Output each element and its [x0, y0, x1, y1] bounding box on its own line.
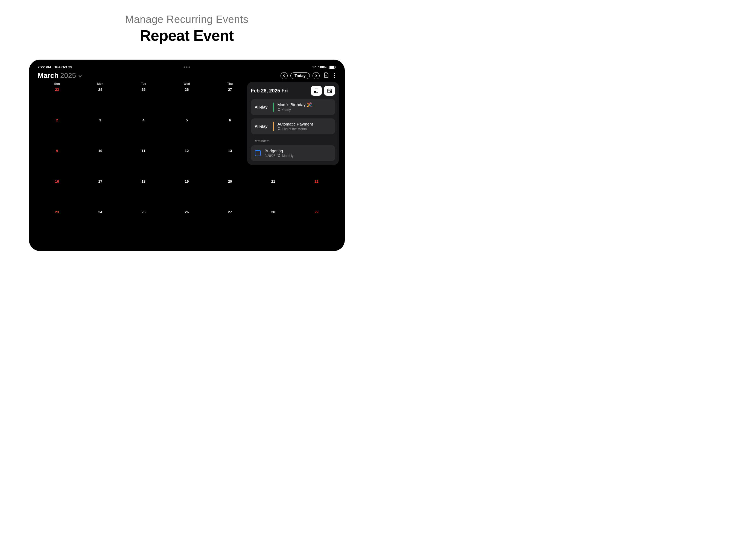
calendar-cell[interactable]: 21	[252, 178, 295, 209]
calendar-cell[interactable]: 4	[122, 117, 165, 148]
reminder-checkbox[interactable]	[255, 150, 261, 156]
day-number: 10	[80, 149, 121, 153]
day-number: 24	[80, 87, 121, 92]
event-repeat: Yearly	[282, 108, 291, 112]
add-reminder-button[interactable]	[311, 86, 322, 96]
prev-button[interactable]	[281, 72, 288, 79]
promo-title: Repeat Event	[0, 27, 374, 44]
next-button[interactable]	[312, 72, 319, 79]
multitask-dots-icon[interactable]	[184, 67, 190, 68]
calendar-cell[interactable]: 9	[35, 148, 79, 178]
calendar-cell[interactable]: 22	[295, 178, 338, 209]
dow-label: Sun	[35, 82, 79, 85]
calendar-cell[interactable]: 24	[79, 86, 122, 117]
year-label: 2025	[60, 71, 76, 80]
calendar-cell[interactable]: 28	[252, 209, 295, 239]
calendar-cell[interactable]: 25	[122, 209, 165, 239]
calendar-cell[interactable]: 23	[35, 86, 79, 117]
promo-subtitle: Manage Recurring Events	[0, 14, 374, 25]
day-number: 2	[36, 118, 78, 122]
calendar-cell[interactable]: 27	[208, 86, 252, 117]
day-number: 17	[80, 179, 121, 183]
event-time: All-day	[255, 124, 269, 128]
reminder-title: Budgeting	[265, 149, 331, 153]
add-event-button[interactable]	[324, 86, 335, 96]
calendar-cell[interactable]: 18	[122, 178, 165, 209]
reminder-budgeting[interactable]: Budgeting 2/28/25 Monthly	[251, 145, 335, 161]
battery-icon	[329, 66, 336, 69]
ipad-frame: 2:22 PM Tue Oct 29 100% March 2025	[29, 59, 345, 251]
day-number: 6	[209, 118, 251, 122]
document-icon[interactable]	[324, 72, 329, 79]
calendar-cell[interactable]: 10	[79, 148, 122, 178]
calendar-cell[interactable]: 23	[35, 209, 79, 239]
month-label: March	[38, 71, 59, 80]
calendar-cell[interactable]: 20	[208, 178, 252, 209]
screen: 2:22 PM Tue Oct 29 100% March 2025	[33, 63, 341, 247]
calendar-cell[interactable]: 6	[208, 117, 252, 148]
day-number: 26	[166, 210, 207, 214]
event-title: Mom's Birthday 🎉	[278, 102, 331, 107]
day-number: 13	[209, 149, 251, 153]
day-number: 12	[166, 149, 207, 153]
calendar-cell[interactable]: 11	[122, 148, 165, 178]
day-number: 23	[36, 210, 78, 214]
day-number: 19	[166, 179, 207, 183]
day-number: 24	[80, 210, 121, 214]
calendar-cell[interactable]: 16	[35, 178, 79, 209]
day-detail-panel: Feb 28, 2025 Fri All-day Mom's Bi	[247, 82, 339, 165]
month-picker[interactable]: March 2025	[38, 71, 82, 80]
day-number: 27	[209, 210, 251, 214]
event-color-bar	[273, 103, 274, 112]
panel-date: Feb 28, 2025 Fri	[251, 88, 288, 94]
reminders-label: Reminders	[251, 139, 335, 143]
wifi-icon	[312, 65, 316, 69]
calendar-cell[interactable]: 26	[165, 86, 208, 117]
calendar-cell[interactable]: 25	[122, 86, 165, 117]
status-time: 2:22 PM	[38, 65, 51, 69]
chevron-down-icon	[78, 71, 82, 80]
event-repeat: End of the Month	[282, 127, 307, 131]
today-button[interactable]: Today	[290, 73, 310, 79]
battery-pct: 100%	[318, 65, 327, 69]
dow-label: Tue	[122, 82, 165, 85]
event-birthday[interactable]: All-day Mom's Birthday 🎉 Yearly	[251, 99, 335, 115]
dow-label: Wed	[165, 82, 208, 85]
calendar-cell[interactable]: 29	[295, 209, 338, 239]
status-date: Tue Oct 29	[54, 65, 73, 69]
calendar-cell[interactable]: 17	[79, 178, 122, 209]
day-number: 23	[36, 87, 78, 92]
repeat-icon	[277, 154, 281, 158]
calendar-cell[interactable]: 27	[208, 209, 252, 239]
calendar-cell[interactable]: 13	[208, 148, 252, 178]
day-number: 18	[123, 179, 164, 183]
event-payment[interactable]: All-day Automatic Payment End of the Mon…	[251, 119, 335, 134]
day-number: 3	[80, 118, 121, 122]
event-color-bar	[273, 122, 274, 131]
day-number: 4	[123, 118, 164, 122]
calendar-cell[interactable]: 24	[79, 209, 122, 239]
day-number: 27	[209, 87, 251, 92]
status-bar: 2:22 PM Tue Oct 29 100%	[33, 63, 341, 70]
day-number: 25	[123, 210, 164, 214]
reminder-date: 2/28/25	[265, 154, 276, 158]
calendar-cell[interactable]: 5	[165, 117, 208, 148]
calendar-cell[interactable]: 2	[35, 117, 79, 148]
calendar-cell[interactable]: 12	[165, 148, 208, 178]
day-number: 26	[166, 87, 207, 92]
dow-label: Thu	[208, 82, 252, 85]
day-number: 22	[296, 179, 337, 183]
day-number: 16	[36, 179, 78, 183]
more-menu-icon[interactable]	[333, 72, 336, 79]
calendar-cell[interactable]: 19	[165, 178, 208, 209]
day-number: 28	[253, 210, 294, 214]
toolbar: March 2025 Today	[33, 70, 341, 82]
reminder-repeat: Monthly	[282, 154, 294, 158]
calendar-cell[interactable]: 3	[79, 117, 122, 148]
day-number: 9	[36, 149, 78, 153]
repeat-icon	[278, 127, 281, 131]
calendar-cell[interactable]: 26	[165, 209, 208, 239]
day-number: 21	[253, 179, 294, 183]
repeat-icon	[278, 108, 281, 112]
calendar-area: SunMonTueWedThuFriSat 232425262728Mom's …	[33, 82, 341, 239]
